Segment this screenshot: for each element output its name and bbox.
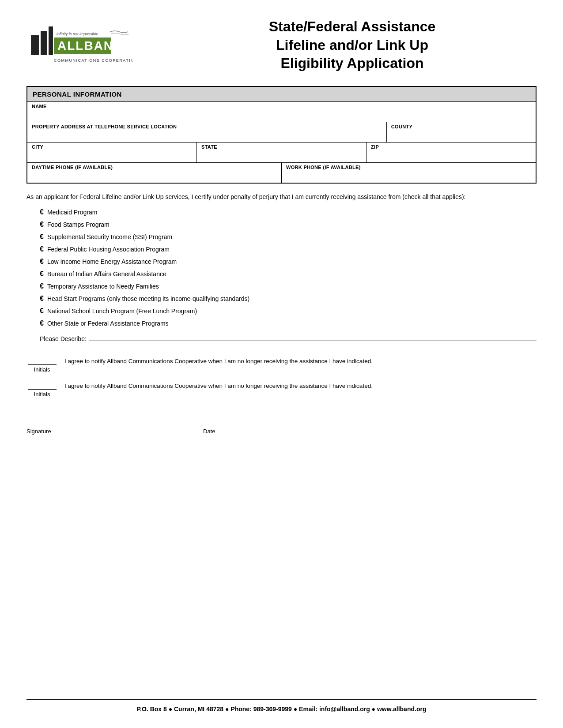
checkbox-icon: € — [40, 306, 44, 316]
county-value[interactable] — [391, 130, 531, 140]
checkbox-icon: € — [40, 232, 44, 242]
phone-row: DAYTIME PHONE (IF AVAILABLE) WORK PHONE … — [27, 162, 536, 183]
svg-text:COMMUNICATIONS COOPERATIVE: COMMUNICATIONS COOPERATIVE — [54, 58, 132, 63]
list-item[interactable]: € Temporary Assistance to Needy Families — [40, 281, 537, 292]
state-cell: STATE — [196, 143, 366, 162]
initials-label-1: Initials — [34, 366, 50, 373]
checkbox-icon: € — [40, 244, 44, 255]
zip-label: ZIP — [371, 144, 531, 150]
work-phone-value[interactable] — [286, 171, 531, 180]
initials-section: Initials I agree to notify Allband Commu… — [26, 357, 537, 398]
initials-row-1: Initials I agree to notify Allband Commu… — [26, 357, 537, 373]
initials-block-2: Initials — [26, 382, 57, 398]
describe-input-line[interactable] — [89, 333, 537, 341]
checkbox-icon: € — [40, 207, 44, 218]
list-item[interactable]: € Federal Public Housing Association Pro… — [40, 244, 537, 255]
list-item[interactable]: € Low Income Home Energy Assistance Prog… — [40, 256, 537, 267]
initials-agreement-2: I agree to notify Allband Communications… — [64, 382, 537, 390]
date-line[interactable] — [203, 415, 291, 426]
list-item[interactable]: € Bureau of Indian Affairs General Assis… — [40, 269, 537, 279]
signature-block: Signature — [26, 415, 177, 435]
name-label: NAME — [32, 104, 531, 109]
county-cell: COUNTY — [386, 122, 536, 142]
address-value[interactable] — [32, 130, 382, 140]
svg-rect-2 — [49, 26, 53, 55]
address-label: PROPERTY ADDRESS AT TELEPHONE SERVICE LO… — [32, 124, 382, 129]
allband-logo: ALLBAND infinity is not impossible. COMM… — [26, 22, 132, 66]
checkbox-icon: € — [40, 281, 44, 292]
initials-row-2: Initials I agree to notify Allband Commu… — [26, 382, 537, 398]
initials-label-2: Initials — [34, 391, 50, 398]
city-label: CITY — [32, 144, 192, 150]
program-label: Medicaid Program — [47, 208, 98, 217]
daytime-phone-value[interactable] — [32, 171, 277, 180]
please-describe-row: Please Describe: — [40, 333, 537, 344]
initials-line-2[interactable] — [28, 382, 57, 390]
date-block: Date — [203, 415, 291, 435]
address-row: PROPERTY ADDRESS AT TELEPHONE SERVICE LO… — [27, 122, 536, 142]
program-label: National School Lunch Program (Free Lunc… — [47, 307, 197, 316]
program-label: Food Stamps Program — [47, 220, 110, 229]
checkbox-icon: € — [40, 269, 44, 279]
work-phone-cell: WORK PHONE (IF AVAILABLE) — [281, 163, 536, 183]
checkbox-icon: € — [40, 219, 44, 230]
state-value[interactable] — [201, 150, 362, 160]
please-describe-label: Please Describe: — [40, 334, 87, 344]
name-cell: NAME — [27, 102, 536, 122]
cert-intro-text: As an applicant for Federal Lifeline and… — [26, 192, 537, 202]
daytime-phone-label: DAYTIME PHONE (IF AVAILABLE) — [32, 165, 277, 170]
checkbox-icon: € — [40, 293, 44, 304]
program-label: Temporary Assistance to Needy Families — [47, 282, 159, 291]
initials-block-1: Initials — [26, 357, 57, 373]
program-label: Bureau of Indian Affairs General Assista… — [47, 270, 166, 279]
footer-text: P.O. Box 8 ● Curran, MI 48728 ● Phone: 9… — [137, 705, 427, 713]
list-item[interactable]: € Food Stamps Program — [40, 219, 537, 230]
city-value[interactable] — [32, 150, 192, 160]
initials-agreement-1: I agree to notify Allband Communications… — [64, 357, 537, 366]
signature-section: Signature Date — [26, 415, 537, 435]
program-label: Federal Public Housing Association Progr… — [47, 245, 170, 254]
svg-text:ALLBAND: ALLBAND — [57, 39, 123, 53]
signature-line[interactable] — [26, 415, 177, 426]
daytime-phone-cell: DAYTIME PHONE (IF AVAILABLE) — [27, 163, 281, 183]
svg-rect-0 — [31, 35, 39, 55]
city-state-zip-row: CITY STATE ZIP — [27, 142, 536, 162]
checkbox-icon: € — [40, 318, 44, 329]
list-item[interactable]: € Medicaid Program — [40, 207, 537, 218]
personal-info-section: PERSONAL INFORMATION NAME PROPERTY ADDRE… — [26, 86, 537, 184]
program-label: Other State or Federal Assistance Progra… — [47, 319, 169, 328]
program-label: Low Income Home Energy Assistance Progra… — [47, 257, 177, 266]
program-checklist: € Medicaid Program € Food Stamps Program… — [26, 207, 537, 329]
zip-value[interactable] — [371, 150, 531, 160]
list-item[interactable]: € Other State or Federal Assistance Prog… — [40, 318, 537, 329]
county-label: COUNTY — [391, 124, 531, 129]
date-label: Date — [203, 428, 291, 435]
svg-rect-1 — [41, 31, 47, 55]
list-item[interactable]: € Head Start Programs (only those meetin… — [40, 293, 537, 304]
address-cell: PROPERTY ADDRESS AT TELEPHONE SERVICE LO… — [27, 122, 386, 142]
name-value[interactable] — [32, 110, 531, 120]
checkbox-icon: € — [40, 256, 44, 267]
page-footer: P.O. Box 8 ● Curran, MI 48728 ● Phone: 9… — [26, 699, 537, 713]
city-cell: CITY — [27, 143, 196, 162]
page-header: ALLBAND infinity is not impossible. COMM… — [26, 18, 537, 73]
page-title-area: State/Federal Assistance Lifeline and/or… — [150, 18, 537, 73]
page-title: State/Federal Assistance Lifeline and/or… — [168, 18, 537, 73]
list-item[interactable]: € Supplemental Security Income (SSI) Pro… — [40, 232, 537, 242]
state-label: STATE — [201, 144, 362, 150]
certification-section: As an applicant for Federal Lifeline and… — [26, 192, 537, 344]
program-label: Supplemental Security Income (SSI) Progr… — [47, 233, 172, 242]
signature-label: Signature — [26, 428, 177, 435]
personal-info-header: PERSONAL INFORMATION — [27, 87, 536, 101]
logo-area: ALLBAND infinity is not impossible. COMM… — [26, 22, 150, 68]
list-item[interactable]: € National School Lunch Program (Free Lu… — [40, 306, 537, 316]
name-row: NAME — [27, 101, 536, 122]
program-label: Head Start Programs (only those meeting … — [47, 294, 249, 304]
work-phone-label: WORK PHONE (IF AVAILABLE) — [286, 165, 531, 170]
svg-text:infinity is not impossible.: infinity is not impossible. — [57, 32, 99, 36]
initials-line-1[interactable] — [28, 357, 57, 365]
zip-cell: ZIP — [366, 143, 536, 162]
